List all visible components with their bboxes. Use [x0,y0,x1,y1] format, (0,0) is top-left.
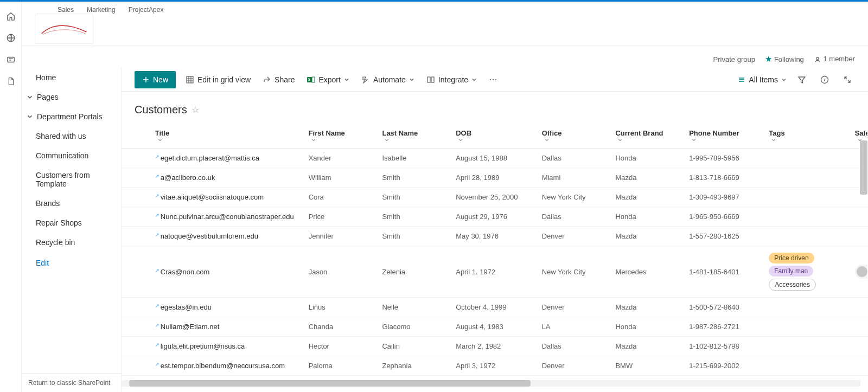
table-row[interactable]: ↗egestas@in.eduLinusNelleOctober 4, 1999… [122,298,867,317]
table-row[interactable]: ↗Cras@non.comJasonZeleniaApril 1, 1972Ne… [122,246,867,298]
header-row: Title First Name Last Name DOB Office Cu… [122,124,867,149]
horizontal-scrollbar[interactable] [122,380,860,387]
svg-rect-1 [7,57,14,62]
link-icon: ↗ [155,303,159,309]
info-button[interactable] [817,72,832,87]
nav-item[interactable]: Customers from Template [22,165,121,194]
table-scroll[interactable]: Title First Name Last Name DOB Office Cu… [122,124,867,376]
table-row[interactable]: ↗eget.dictum.placerat@mattis.caXanderIsa… [122,149,867,168]
nav-item[interactable]: Repair Shops [22,213,121,233]
app-rail [0,2,22,392]
left-nav: Home Pages Department Portals Shared wit… [22,68,122,392]
privacy-label: Private group [713,55,755,63]
link-icon: ↗ [155,362,159,367]
automate-button[interactable]: Automate [359,72,417,87]
list-title: Customers [135,104,187,116]
svg-rect-7 [431,77,434,82]
col-header[interactable]: First Name [302,124,376,149]
expand-button[interactable] [840,72,855,87]
customers-table: Title First Name Last Name DOB Office Cu… [122,124,867,376]
svg-rect-3 [187,76,193,83]
tag-chip[interactable]: Price driven [769,253,814,264]
tag-chip[interactable]: Accessories [769,279,816,291]
nav-item[interactable]: Brands [22,194,121,213]
export-button[interactable]: Export [304,72,351,87]
avatar [857,266,867,277]
filter-button[interactable] [794,72,809,87]
return-classic[interactable]: Return to classic SharePoint [22,373,121,392]
hub-link[interactable]: Sales [58,6,74,14]
command-bar: New Edit in grid view Share Export Autom… [122,68,868,92]
site-logo[interactable] [35,14,93,44]
nav-pages[interactable]: Pages [22,87,121,107]
table-row[interactable]: ↗natoque@vestibulumlorem.eduJenniferSmit… [122,227,867,246]
nav-item[interactable]: Shared with us [22,126,121,146]
nav-edit[interactable]: Edit [22,252,121,274]
col-header[interactable]: DOB [449,124,535,149]
link-icon: ↗ [155,173,159,179]
col-header[interactable]: Title [149,124,302,149]
nav-item[interactable]: Recycle bin [22,233,121,252]
svg-point-9 [493,79,494,80]
members-link[interactable]: 1 member [814,55,855,63]
follow-toggle[interactable]: ★Following [765,54,804,64]
svg-rect-6 [427,77,430,82]
col-header[interactable]: Office [535,124,609,149]
more-button[interactable] [487,72,500,87]
link-icon: ↗ [155,342,159,348]
table-row[interactable]: ↗vitae.aliquet@sociisnatoque.comCoraSmit… [122,188,867,207]
col-header[interactable]: Phone Number [682,124,762,149]
svg-point-8 [490,79,491,80]
col-header[interactable]: Tags [762,124,848,149]
vertical-scrollbar[interactable] [860,140,867,195]
svg-rect-5 [312,77,315,82]
tag-chip[interactable]: Family man [769,266,813,277]
hub-link[interactable]: Marketing [87,6,116,14]
edit-grid-button[interactable]: Edit in grid view [183,72,253,87]
document-icon[interactable] [6,76,16,86]
svg-point-10 [495,79,496,80]
integrate-icon [426,75,435,84]
new-button[interactable]: New [135,71,176,88]
table-row[interactable]: ↗est.tempor.bibendum@neccursusa.comPalom… [122,356,867,376]
person-chip[interactable]: Jamie Crust [855,265,867,279]
grid-icon [186,75,194,84]
nav-department-portals[interactable]: Department Portals [22,107,121,126]
home-icon[interactable] [6,11,16,21]
integrate-button[interactable]: Integrate [424,72,479,87]
col-header[interactable]: Current Brand [609,124,682,149]
nav-item[interactable]: Communication [22,146,121,165]
link-icon: ↗ [155,232,159,237]
link-icon: ↗ [155,154,159,159]
flow-icon [361,75,370,84]
ellipsis-icon [489,75,497,84]
link-icon: ↗ [155,268,159,273]
table-row[interactable]: ↗Nunc.pulvinar.arcu@conubianostraper.edu… [122,207,867,227]
share-button[interactable]: Share [260,72,297,87]
view-selector[interactable]: All Items [738,75,787,84]
col-header[interactable]: Last Name [375,124,449,149]
svg-point-2 [816,57,819,59]
table-row[interactable]: ↗eleifend.nec.malesuada@atrisus.caCoraLu… [122,376,867,377]
news-icon[interactable] [6,55,16,65]
list-area: Customers ☆ Title First Name Last Name D… [122,92,868,379]
group-status: Private group ★Following 1 member [713,52,855,67]
scrollbar-thumb[interactable] [129,380,531,387]
table-row[interactable]: ↗a@aclibero.co.ukWilliamSmithApril 28, 1… [122,168,867,188]
share-icon [263,75,271,84]
hub-links: Sales Marketing ProjectApex [58,6,163,14]
link-icon: ↗ [155,213,159,218]
link-icon: ↗ [155,193,159,198]
nav-home[interactable]: Home [22,68,121,87]
favorite-toggle[interactable]: ☆ [192,105,199,115]
excel-icon [307,75,315,84]
hub-header: Sales Marketing ProjectApex [22,2,868,46]
link-icon: ↗ [155,323,159,328]
globe-icon[interactable] [6,33,16,43]
hub-link[interactable]: ProjectApex [129,6,164,14]
table-row[interactable]: ↗Nullam@Etiam.netChandaGiacomoAugust 4, … [122,317,867,337]
table-row[interactable]: ↗ligula.elit.pretium@risus.caHectorCaili… [122,337,867,356]
